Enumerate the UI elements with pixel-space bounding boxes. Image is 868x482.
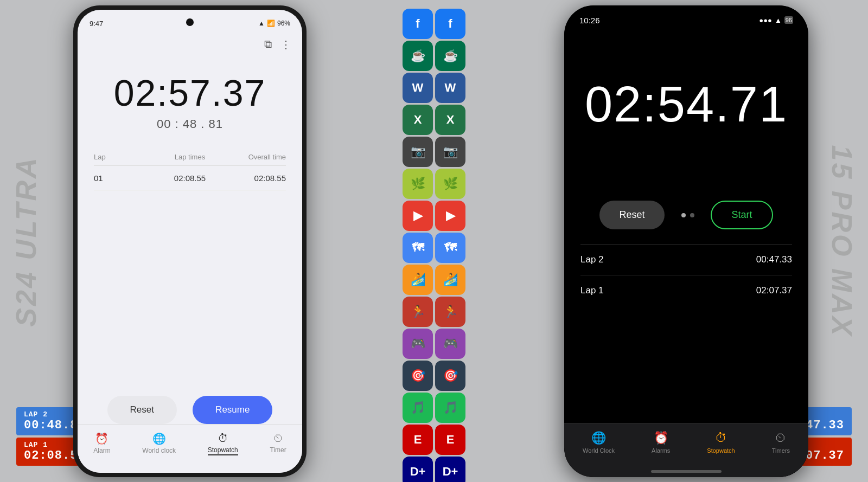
- iphone-alarms-icon: ⏰: [654, 431, 668, 445]
- iphone-page-dots: [681, 213, 694, 217]
- iphone-nav-timers-label: Timers: [772, 447, 790, 454]
- samsung-status-icons: ▲ 📶 96%: [258, 20, 290, 27]
- samsung-wifi-icon: 📶: [267, 20, 275, 27]
- app-icon[interactable]: 🏄: [435, 265, 465, 295]
- samsung-nav-worldclock-label: World clock: [142, 447, 176, 454]
- app-icon[interactable]: W: [403, 73, 433, 103]
- app-icon[interactable]: f: [403, 9, 433, 39]
- iphone-buttons: Reset Start: [564, 201, 808, 229]
- samsung-camera-notch: [186, 18, 194, 26]
- app-icon[interactable]: ▶: [435, 201, 465, 231]
- samsung-menu-icon[interactable]: ⋮: [280, 38, 291, 51]
- iphone-nav-stopwatch-label: Stopwatch: [707, 447, 735, 454]
- samsung-nav-worldclock[interactable]: 🌐 World clock: [142, 432, 176, 454]
- app-icon[interactable]: E: [435, 425, 465, 455]
- iphone-dot-2: [690, 213, 694, 217]
- app-icon[interactable]: f: [435, 9, 465, 39]
- iphone-dynamic-island: [654, 5, 719, 24]
- iphone-lap-row-1: Lap 1 02:07.37: [580, 275, 792, 306]
- app-icon[interactable]: 📷: [435, 137, 465, 167]
- samsung-col-laptime: Lap times: [158, 153, 222, 161]
- app-icon[interactable]: 🎮: [403, 329, 433, 359]
- iphone: 10:26 ●●● ▲ 96 02:54.71 Reset Start Lap …: [564, 5, 808, 477]
- samsung-nav-timer[interactable]: ⏲ Timer: [270, 432, 286, 454]
- app-icon[interactable]: 🎵: [403, 393, 433, 423]
- table-row: 01 02:08.55 02:08.55: [94, 166, 286, 191]
- app-icon[interactable]: 🏃: [403, 297, 433, 327]
- samsung-lap-time: 00 : 48 . 81: [78, 117, 302, 131]
- app-icon[interactable]: 🎯: [403, 361, 433, 391]
- iphone-stopwatch-icon: ⏱: [715, 431, 727, 445]
- app-icon[interactable]: 📷: [403, 137, 433, 167]
- samsung-phone: 9:47 ▲ 📶 96% ⧉ ⋮ 02:57.37 00 : 48 . 81 L…: [73, 5, 307, 477]
- app-icon[interactable]: E: [403, 425, 433, 455]
- iphone-lap-row-2: Lap 2 00:47.33: [580, 244, 792, 275]
- app-icon[interactable]: X: [435, 105, 465, 135]
- iphone-start-button[interactable]: Start: [711, 201, 773, 229]
- app-icon[interactable]: ▶: [403, 201, 433, 231]
- samsung-copy-icon[interactable]: ⧉: [264, 38, 272, 51]
- samsung-reset-button[interactable]: Reset: [107, 396, 177, 424]
- samsung-nav-alarm[interactable]: ⏰ Alarm: [93, 432, 110, 454]
- samsung-resume-button[interactable]: Resume: [193, 396, 272, 424]
- app-icon[interactable]: X: [403, 105, 433, 135]
- iphone-nav-alarms[interactable]: ⏰ Alarms: [652, 431, 670, 454]
- app-icon[interactable]: 🗺: [403, 233, 433, 263]
- app-icon[interactable]: 🏃: [435, 297, 465, 327]
- samsung-toolbar: ⧉ ⋮: [78, 34, 302, 55]
- iphone-battery: 96: [784, 16, 793, 24]
- app-pair: ff: [403, 9, 465, 39]
- app-icon[interactable]: 🌿: [435, 169, 465, 199]
- app-pair: 🎯🎯: [403, 361, 465, 391]
- app-icon[interactable]: W: [435, 73, 465, 103]
- iphone-nav-bar: 🌐 World Clock ⏰ Alarms ⏱ Stopwatch ⏲ Tim…: [564, 423, 808, 477]
- iphone-main-time: 02:54.71: [564, 76, 808, 133]
- app-icon[interactable]: 🎮: [435, 329, 465, 359]
- samsung-nav-alarm-label: Alarm: [93, 447, 110, 454]
- iphone-status-icons: ●●● ▲ 96: [759, 16, 793, 24]
- iphone-lap1-label: Lap 1: [580, 285, 604, 296]
- watermark-left: S24 ULTRA: [10, 156, 42, 326]
- app-pair: 🌿🌿: [403, 169, 465, 199]
- app-icon[interactable]: 🏄: [403, 265, 433, 295]
- app-pair: 🎵🎵: [403, 393, 465, 423]
- iphone-lap2-time: 00:47.33: [756, 254, 792, 265]
- app-pair: D+D+: [403, 457, 465, 482]
- app-icon[interactable]: D+: [403, 457, 433, 482]
- app-icon[interactable]: D+: [435, 457, 465, 482]
- iphone-reset-button[interactable]: Reset: [599, 201, 664, 229]
- app-icon[interactable]: 🎯: [435, 361, 465, 391]
- app-pair: 🏃🏃: [403, 297, 465, 327]
- samsung-lap-table: Lap Lap times Overall time 01 02:08.55 0…: [94, 153, 286, 191]
- iphone-nav-alarms-label: Alarms: [652, 447, 670, 454]
- app-pair: EE: [403, 425, 465, 455]
- app-pair: ▶▶: [403, 201, 465, 231]
- iphone-lap-list: Lap 2 00:47.33 Lap 1 02:07.37: [564, 244, 808, 306]
- samsung-col-lap: Lap: [94, 153, 158, 161]
- app-icon[interactable]: 🌿: [403, 169, 433, 199]
- iphone-nav-timers[interactable]: ⏲ Timers: [772, 431, 790, 454]
- samsung-nav-stopwatch[interactable]: ⏱ Stopwatch: [208, 432, 238, 455]
- samsung-signal-icon: ▲: [258, 20, 265, 27]
- samsung-battery: 96%: [277, 20, 290, 27]
- app-icon[interactable]: 🗺: [435, 233, 465, 263]
- app-icon[interactable]: 🎵: [435, 393, 465, 423]
- iphone-nav-worldclock-label: World Clock: [583, 447, 615, 454]
- app-pair: WW: [403, 73, 465, 103]
- iphone-nav-stopwatch[interactable]: ⏱ Stopwatch: [707, 431, 735, 454]
- iphone-home-bar: [651, 470, 722, 473]
- overall-time-val: 02:08.55: [222, 173, 286, 183]
- iphone-lap2-label: Lap 2: [580, 254, 604, 265]
- app-icon[interactable]: ☕: [403, 41, 433, 71]
- iphone-timers-icon: ⏲: [775, 431, 787, 445]
- app-icon[interactable]: ☕: [435, 41, 465, 71]
- app-pair: 🎮🎮: [403, 329, 465, 359]
- iphone-wifi-icon: ▲: [775, 16, 782, 24]
- apps-strip: ff☕☕WWXX📷📷🌿🌿▶▶🗺🗺🏄🏄🏃🏃🎮🎮🎯🎯🎵🎵EED+D+📦📦: [391, 0, 477, 482]
- iphone-nav-worldclock[interactable]: 🌐 World Clock: [583, 431, 615, 454]
- app-pair: ☕☕: [403, 41, 465, 71]
- iphone-worldclock-icon: 🌐: [591, 431, 606, 445]
- samsung-screen: 9:47 ▲ 📶 96% ⧉ ⋮ 02:57.37 00 : 48 . 81 L…: [78, 10, 302, 473]
- app-pair: 📷📷: [403, 137, 465, 167]
- samsung-lap-header: Lap Lap times Overall time: [94, 153, 286, 166]
